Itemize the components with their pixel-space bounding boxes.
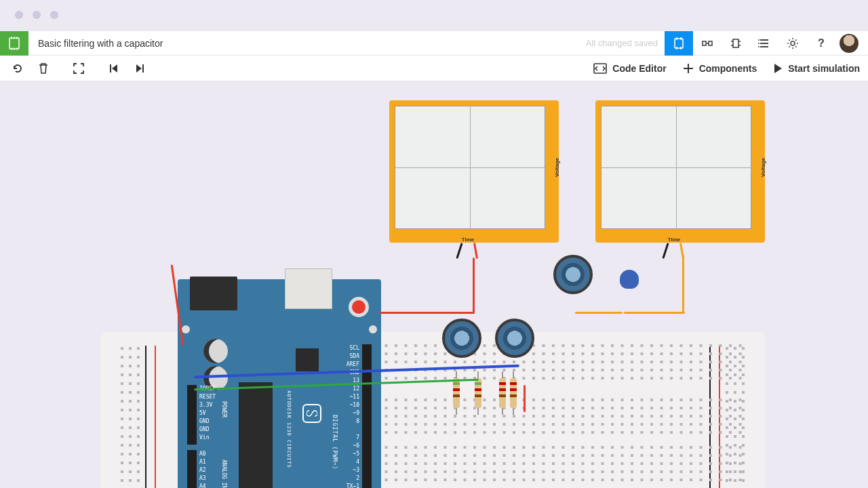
svg-rect-771 xyxy=(621,462,624,465)
code-editor-button[interactable]: Code Editor xyxy=(593,63,666,74)
svg-rect-371 xyxy=(680,399,683,401)
svg-rect-887 xyxy=(621,479,624,481)
svg-rect-1092 xyxy=(734,453,736,455)
oscilloscope-2[interactable]: Time Voltage xyxy=(595,100,765,243)
svg-rect-124 xyxy=(532,352,535,355)
svg-rect-203 xyxy=(739,361,742,363)
mac-max-dot[interactable] xyxy=(50,11,58,19)
wire-red-rail[interactable] xyxy=(524,385,526,412)
scope1-probe-wire-pos[interactable] xyxy=(473,243,478,259)
svg-rect-377 xyxy=(739,399,742,401)
svg-rect-234 xyxy=(473,369,476,371)
svg-rect-145 xyxy=(739,352,742,355)
undo-button[interactable] xyxy=(8,59,27,78)
settings-button[interactable] xyxy=(778,31,807,56)
svg-rect-139 xyxy=(680,352,683,355)
svg-rect-702 xyxy=(513,454,515,457)
svg-rect-579 xyxy=(444,431,447,434)
svg-rect-720 xyxy=(690,454,692,457)
potentiometer-1[interactable] xyxy=(553,255,593,294)
svg-rect-242 xyxy=(552,369,555,371)
svg-rect-701 xyxy=(503,454,506,457)
mac-close-dot[interactable] xyxy=(15,11,23,19)
potentiometer-2[interactable] xyxy=(442,319,481,358)
svg-rect-717 xyxy=(660,454,663,457)
svg-rect-550 xyxy=(729,423,732,426)
svg-rect-750 xyxy=(414,462,417,465)
svg-rect-76 xyxy=(631,344,633,347)
wire-orange-1[interactable] xyxy=(575,312,623,314)
svg-rect-547 xyxy=(700,423,703,426)
svg-rect-781 xyxy=(719,462,722,465)
step-forward-button[interactable] xyxy=(130,59,149,78)
wire-red-up[interactable] xyxy=(473,258,475,313)
wire-red-bb[interactable] xyxy=(380,312,475,314)
svg-rect-888 xyxy=(631,479,633,481)
svg-point-23 xyxy=(758,39,760,41)
svg-rect-299 xyxy=(542,377,545,380)
svg-rect-431 xyxy=(700,407,703,409)
oscilloscope-1[interactable]: Time Voltage xyxy=(389,100,559,243)
step-back-button[interactable] xyxy=(104,59,123,78)
svg-rect-429 xyxy=(680,407,683,409)
delete-button[interactable] xyxy=(34,59,53,78)
view-circuit-button[interactable] xyxy=(665,31,693,56)
svg-rect-1040 xyxy=(121,382,123,385)
start-simulation-button[interactable]: Start simulation xyxy=(773,63,860,74)
user-avatar[interactable] xyxy=(840,34,859,53)
svg-rect-805 xyxy=(385,470,388,473)
resistor-3[interactable] xyxy=(499,378,506,408)
svg-rect-1090 xyxy=(137,453,140,455)
wire-orange-up[interactable] xyxy=(682,255,684,313)
scope2-probe-wire-neg[interactable] xyxy=(662,243,669,259)
svg-rect-778 xyxy=(690,462,692,465)
svg-rect-646 xyxy=(532,446,535,449)
project-title[interactable]: Basic filtering with a capacitor xyxy=(38,38,163,49)
svg-rect-302 xyxy=(572,377,574,380)
resistor-2[interactable] xyxy=(475,378,481,408)
svg-rect-53 xyxy=(405,344,408,347)
svg-rect-415 xyxy=(542,407,545,409)
svg-rect-526 xyxy=(493,423,496,426)
view-schematic-button[interactable] xyxy=(693,31,722,56)
arduino-analog-header[interactable] xyxy=(187,450,197,488)
svg-rect-312 xyxy=(670,377,673,380)
svg-rect-878 xyxy=(532,479,535,481)
view-component-button[interactable] xyxy=(722,31,750,56)
svg-rect-315 xyxy=(700,377,703,380)
resistor-1[interactable] xyxy=(453,378,460,408)
svg-rect-520 xyxy=(434,423,437,426)
wire-orange-2[interactable] xyxy=(624,312,685,314)
svg-rect-718 xyxy=(670,454,673,457)
svg-rect-690 xyxy=(395,454,397,457)
svg-rect-172 xyxy=(434,361,437,363)
svg-rect-695 xyxy=(444,454,447,457)
mac-min-dot[interactable] xyxy=(33,11,41,19)
view-list-button[interactable] xyxy=(750,31,778,56)
arduino-digital-header[interactable] xyxy=(362,344,372,488)
potentiometer-3[interactable] xyxy=(495,319,534,358)
svg-rect-1088 xyxy=(121,453,123,455)
svg-rect-752 xyxy=(434,462,437,465)
svg-rect-360 xyxy=(572,399,574,401)
fit-view-button[interactable] xyxy=(69,59,88,78)
svg-rect-81 xyxy=(680,344,683,347)
svg-rect-770 xyxy=(611,462,614,465)
arduino-reset-button[interactable] xyxy=(349,297,369,317)
arduino-power-header[interactable] xyxy=(187,385,197,445)
svg-rect-830 xyxy=(631,470,633,473)
app-logo[interactable] xyxy=(0,31,28,56)
design-canvas[interactable]: Time Voltage Time Voltage (()=>{const sv… xyxy=(0,81,868,488)
svg-rect-86 xyxy=(729,344,732,347)
svg-rect-592 xyxy=(572,431,574,434)
capacitor-1[interactable] xyxy=(620,270,639,289)
components-button[interactable]: Components xyxy=(683,63,757,74)
svg-rect-13 xyxy=(709,41,712,45)
svg-rect-893 xyxy=(680,479,683,481)
help-button[interactable]: ? xyxy=(807,31,835,56)
scope1-probe-wire-neg[interactable] xyxy=(456,243,462,259)
svg-rect-1060 xyxy=(137,409,140,411)
resistor-4[interactable] xyxy=(510,378,517,408)
svg-rect-715 xyxy=(641,454,644,457)
svg-rect-61 xyxy=(484,344,486,347)
